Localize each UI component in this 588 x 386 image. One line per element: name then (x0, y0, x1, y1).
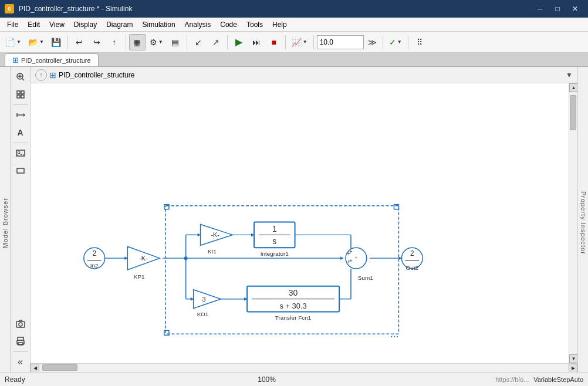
model-browser-label: Model Browser (2, 198, 9, 248)
fit-view-btn[interactable] (13, 87, 28, 102)
scroll-right-btn[interactable]: ▶ (569, 364, 577, 372)
run-button[interactable]: ▶ (231, 34, 247, 50)
image-icon (16, 148, 25, 158)
arrow-tool-btn[interactable] (13, 107, 28, 123)
camera-icon (16, 319, 25, 329)
canvas-area[interactable]: ··· (31, 83, 569, 363)
menu-file[interactable]: File (2, 18, 23, 31)
sim-time-more-icon: ≫ (368, 38, 377, 47)
svg-text:2: 2 (92, 249, 96, 258)
menu-display[interactable]: Display (69, 18, 102, 31)
settings-arrow: ▼ (158, 39, 163, 45)
up-icon: ↑ (112, 38, 116, 47)
fast-restart-icon: ⠿ (417, 38, 423, 47)
breadcrumb-text: PID_controller_structure (59, 71, 563, 79)
left-sidebar: Model Browser (0, 67, 11, 372)
svg-text:Out2: Out2 (406, 265, 419, 271)
menu-help[interactable]: Help (268, 18, 292, 31)
save-button[interactable]: 💾 (48, 34, 65, 50)
toolstrip-sep-1 (13, 104, 28, 105)
close-button[interactable]: ✕ (567, 3, 583, 15)
undo-button[interactable]: ↩ (71, 34, 87, 50)
svg-rect-7 (21, 95, 24, 98)
toolbar-sep-4 (227, 35, 228, 49)
svg-text:KD1: KD1 (197, 311, 209, 318)
window-controls: ─ □ ✕ (532, 3, 583, 15)
print-btn[interactable] (13, 334, 28, 349)
back-icon: ↑ (40, 72, 43, 78)
grid-btn[interactable]: ▤ (167, 34, 184, 50)
zoom-in-btn[interactable] (13, 69, 28, 84)
library2-icon: ↗ (212, 38, 219, 47)
diagnostics-dropdown-btn[interactable]: ✓ ▼ (386, 34, 405, 50)
scope-arrow: ▼ (303, 39, 307, 45)
toolbar-sep-6 (313, 35, 314, 49)
maximize-button[interactable]: □ (549, 3, 566, 15)
app-icon: S (5, 4, 14, 13)
open-dropdown-arrow: ▼ (39, 39, 44, 45)
tab-bar: ⊞ PID_controller_structure (0, 53, 588, 67)
svg-text:In2: In2 (90, 262, 99, 269)
image-tool-btn[interactable] (13, 145, 28, 161)
menu-edit[interactable]: Edit (23, 18, 45, 31)
canvas-wrapper: ↑ ⊞ PID_controller_structure ▼ (31, 67, 577, 372)
svg-text:30: 30 (289, 288, 298, 297)
h-scroll-track[interactable] (39, 364, 569, 372)
model-browser-btn[interactable]: ▦ (129, 34, 146, 50)
svg-rect-6 (17, 95, 20, 98)
toolbar-sep-8 (408, 35, 408, 49)
junction-dot (184, 256, 188, 260)
settings-dropdown-btn[interactable]: ⚙ ▼ (147, 34, 166, 50)
fast-restart-btn[interactable]: ⠿ (411, 34, 428, 50)
svg-text:KI1: KI1 (208, 248, 217, 255)
minimize-button[interactable]: ─ (532, 3, 548, 15)
settings-icon: ⚙ (150, 38, 157, 47)
scroll-up-btn[interactable]: ▲ (569, 83, 577, 92)
zoom-in-icon (16, 72, 25, 82)
menu-analysis[interactable]: Analysis (180, 18, 216, 31)
menu-code[interactable]: Code (215, 18, 242, 31)
status-ready: Ready (5, 375, 180, 384)
diagnostics-icon: ✓ (389, 38, 396, 47)
menu-tools[interactable]: Tools (242, 18, 268, 31)
scroll-left-btn[interactable]: ◀ (31, 364, 39, 372)
collapse-icon: « (18, 357, 23, 367)
svg-text:-K-: -K- (211, 231, 219, 238)
camera-btn[interactable] (13, 316, 28, 331)
breadcrumb-back-btn[interactable]: ↑ (35, 69, 47, 81)
step-icon: ⏭ (252, 38, 261, 47)
tab-pid[interactable]: ⊞ PID_controller_structure (5, 53, 99, 66)
scope-dropdown-btn[interactable]: 📈 ▼ (289, 34, 310, 50)
h-scroll-thumb[interactable] (42, 364, 77, 371)
block-in2[interactable]: 2 In2 (84, 248, 105, 269)
sim-time-more-btn[interactable]: ≫ (365, 34, 380, 50)
new-dropdown-arrow: ▼ (16, 39, 21, 45)
stop-button[interactable]: ■ (266, 34, 282, 50)
toolbar: 📄 ▼ 📂 ▼ 💾 ↩ ↪ ↑ ▦ ⚙ ▼ ▤ ↙ ↗ ▶ ⏭ (0, 32, 588, 53)
scroll-track[interactable] (569, 92, 577, 354)
scroll-down-btn[interactable]: ▼ (569, 354, 577, 363)
menu-view[interactable]: View (45, 18, 69, 31)
menu-diagram[interactable]: Diagram (102, 18, 137, 31)
open-dropdown-btn[interactable]: 📂 ▼ (25, 34, 47, 50)
step-button[interactable]: ⏭ (248, 34, 265, 50)
redo-button[interactable]: ↪ (89, 34, 105, 50)
horizontal-scrollbar: ◀ ▶ (31, 363, 577, 372)
toolbar-sep-1 (67, 35, 68, 49)
svg-text:+: + (347, 250, 350, 257)
rect-tool-btn[interactable] (13, 163, 28, 178)
breadcrumb-dropdown-btn[interactable]: ▼ (566, 71, 573, 79)
text-tool-btn[interactable]: A (13, 125, 28, 140)
up-button[interactable]: ↑ (106, 34, 123, 50)
scroll-thumb[interactable] (570, 95, 576, 130)
menu-simulation[interactable]: Simulation (138, 18, 180, 31)
new-dropdown-btn[interactable]: 📄 ▼ (2, 34, 24, 50)
library-btn[interactable]: ↙ (190, 34, 207, 50)
sim-time-input[interactable] (317, 35, 364, 49)
collapse-btn[interactable]: « (13, 354, 28, 370)
stop-icon: ■ (272, 38, 276, 47)
svg-text:+: + (347, 258, 350, 265)
library2-btn[interactable]: ↗ (208, 34, 224, 50)
window-title: PID_controller_structure * - Simulink (19, 5, 527, 13)
open-icon: 📂 (28, 38, 38, 47)
